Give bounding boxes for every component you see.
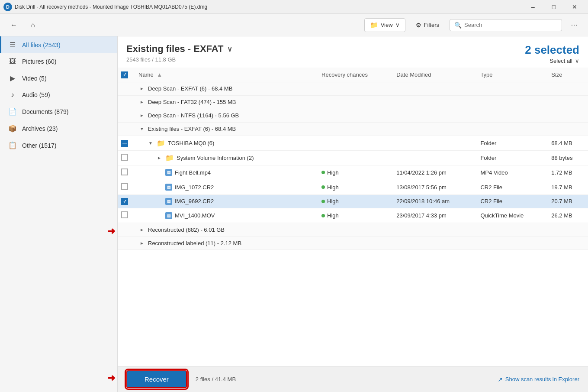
more-options-button[interactable]: ··· <box>567 18 581 32</box>
table-row[interactable]: ►Deep Scan - EXFAT (6) - 68.4 MB <box>118 82 588 95</box>
expand-icon[interactable]: ► <box>138 85 145 92</box>
search-input[interactable] <box>464 22 557 28</box>
table-row[interactable]: ►Deep Scan - FAT32 (474) - 155 MB <box>118 95 588 109</box>
row-type: MP4 Video <box>475 165 546 180</box>
recovery-dot <box>321 200 325 203</box>
row-name-cell[interactable]: ▤Fight Bell.mp4 <box>133 165 316 180</box>
sidebar-icon-pictures: 🖼 <box>8 58 17 65</box>
header-name[interactable]: Name ▲ <box>133 68 316 82</box>
sidebar-item-video[interactable]: ▶ Video (5) <box>0 70 117 87</box>
row-name-cell[interactable]: ►Reconstructed labeled (11) - 2.12 MB <box>133 236 316 250</box>
filters-button[interactable]: ⚙ Filters <box>411 19 444 31</box>
row-checkbox-cell <box>118 109 133 122</box>
row-recovery-chances: High <box>316 180 391 194</box>
row-type <box>475 223 546 236</box>
minimize-button[interactable]: – <box>523 0 543 14</box>
row-name-cell[interactable]: ▼Existing files - EXFAT (6) - 68.4 MB <box>133 122 316 136</box>
row-checkbox[interactable] <box>121 183 128 190</box>
row-checkbox-cell <box>118 194 133 208</box>
row-name-cell[interactable]: ▤IMG_9692.CR2 <box>133 194 316 208</box>
row-type: Folder <box>475 136 546 150</box>
sidebar-label-pictures: Pictures (60) <box>22 58 56 65</box>
row-checkbox[interactable] <box>121 211 128 218</box>
row-name-cell[interactable]: ►Deep Scan - NTFS (1164) - 5.56 GB <box>133 109 316 122</box>
row-type: CR2 File <box>475 180 546 194</box>
row-recovery-chances <box>316 109 391 122</box>
table-row[interactable]: ▤Fight Bell.mp4High11/04/2022 1:26 pmMP4… <box>118 165 588 180</box>
sidebar-icon-audio: ♪ <box>8 91 17 99</box>
row-name-cell[interactable]: ►Reconstructed (882) - 6.01 GB <box>133 223 316 236</box>
recovery-dot <box>321 171 325 174</box>
row-name-cell[interactable]: ▤MVI_1400.MOV <box>133 208 316 223</box>
sidebar-icon-archives: 📦 <box>8 124 17 133</box>
show-in-explorer-link[interactable]: ↗ Show scan results in Explorer <box>498 376 579 383</box>
expand-icon[interactable]: ► <box>138 226 145 233</box>
table-row[interactable]: ►Deep Scan - NTFS (1164) - 5.56 GB <box>118 109 588 122</box>
expand-icon[interactable]: ▼ <box>138 126 145 133</box>
row-size: 68.4 MB <box>546 136 588 150</box>
row-date-modified <box>391 109 475 122</box>
row-type <box>475 236 546 250</box>
row-name-cell[interactable]: ►Deep Scan - FAT32 (474) - 155 MB <box>133 95 316 109</box>
table-row[interactable]: ►Reconstructed (882) - 6.01 GB <box>118 223 588 236</box>
row-name-cell[interactable]: ►📁System Volume Information (2) <box>133 150 316 165</box>
select-all-row[interactable]: Select all ∨ <box>525 58 579 64</box>
title-bar-text: Disk Drill - All recovery methods - Moun… <box>15 4 523 10</box>
row-checkbox-cell <box>118 150 133 165</box>
row-type: CR2 File <box>475 194 546 208</box>
sidebar-item-audio[interactable]: ♪ Audio (59) <box>0 87 117 103</box>
row-name: System Volume Information (2) <box>177 155 254 161</box>
row-name-cell[interactable]: ►Deep Scan - EXFAT (6) - 68.4 MB <box>133 82 316 95</box>
sidebar-item-all-files[interactable]: ☰ All files (2543) <box>0 36 117 53</box>
table-row[interactable]: ►Reconstructed labeled (11) - 2.12 MB <box>118 236 588 250</box>
row-checkbox-cell <box>118 180 133 194</box>
row-date-modified: 13/08/2017 5:56 pm <box>391 180 475 194</box>
expand-icon[interactable]: ▼ <box>147 139 154 146</box>
header-checkbox[interactable] <box>121 71 128 78</box>
search-box: 🔍 <box>450 19 562 31</box>
title-bar: D Disk Drill - All recovery methods - Mo… <box>0 0 588 14</box>
table-row[interactable]: ▼📁TOSHIBA MQ0 (6)Folder68.4 MB <box>118 136 588 150</box>
close-button[interactable]: ✕ <box>565 0 585 14</box>
sidebar-item-documents[interactable]: 📄 Documents (879) <box>0 103 117 120</box>
table-row[interactable]: ▤IMG_9692.CR2High22/09/2018 10:46 amCR2 … <box>118 194 588 208</box>
header-size[interactable]: Size <box>546 68 588 82</box>
home-button[interactable]: ⌂ <box>26 18 40 32</box>
row-checkbox[interactable] <box>121 198 128 205</box>
expand-icon[interactable]: ► <box>138 112 145 119</box>
header-recovery-chances[interactable]: Recovery chances <box>316 68 391 82</box>
expand-icon[interactable]: ► <box>138 240 145 246</box>
row-name-cell[interactable]: ▤IMG_1072.CR2 <box>133 180 316 194</box>
row-checkbox[interactable] <box>121 154 128 161</box>
folder-icon: 📁 <box>157 139 165 147</box>
back-button[interactable]: ← <box>7 18 21 32</box>
header-type[interactable]: Type <box>475 68 546 82</box>
row-checkbox[interactable] <box>121 140 128 147</box>
maximize-button[interactable]: □ <box>544 0 564 14</box>
table-row[interactable]: ►📁System Volume Information (2)Folder88 … <box>118 150 588 165</box>
header-date-modified[interactable]: Date Modified <box>391 68 475 82</box>
bottom-bar: Recover 2 files / 41.4 MB ↗ Show scan re… <box>118 366 588 392</box>
sidebar-label-other: Other (1517) <box>22 142 56 149</box>
row-recovery-chances <box>316 122 391 136</box>
sidebar-item-pictures[interactable]: 🖼 Pictures (60) <box>0 53 117 70</box>
row-name: IMG_1072.CR2 <box>175 184 214 191</box>
table-row[interactable]: ▤IMG_1072.CR2High13/08/2017 5:56 pmCR2 F… <box>118 180 588 194</box>
expand-icon[interactable]: ► <box>138 99 145 106</box>
row-name-cell[interactable]: ▼📁TOSHIBA MQ0 (6) <box>133 136 316 150</box>
table-row[interactable]: ▤MVI_1400.MOVHigh23/09/2017 4:33 pmQuick… <box>118 208 588 223</box>
sidebar-item-other[interactable]: 📋 Other (1517) <box>0 137 117 154</box>
view-button[interactable]: 📁 View ∨ <box>364 18 405 32</box>
content-area: Existing files - EXFAT ∨ 2543 files / 11… <box>118 36 588 392</box>
expand-icon[interactable]: ► <box>156 154 163 161</box>
title-dropdown-chevron[interactable]: ∨ <box>227 45 232 53</box>
sidebar-icon-all-files: ☰ <box>8 41 17 49</box>
recovery-badge: High <box>321 184 386 191</box>
recovery-badge: High <box>321 169 386 176</box>
recover-button[interactable]: Recover <box>126 370 187 388</box>
row-size: 26.2 MB <box>546 208 588 223</box>
row-recovery-chances <box>316 82 391 95</box>
row-checkbox[interactable] <box>121 168 128 175</box>
table-row[interactable]: ▼Existing files - EXFAT (6) - 68.4 MB <box>118 122 588 136</box>
sidebar-item-archives[interactable]: 📦 Archives (23) <box>0 120 117 137</box>
